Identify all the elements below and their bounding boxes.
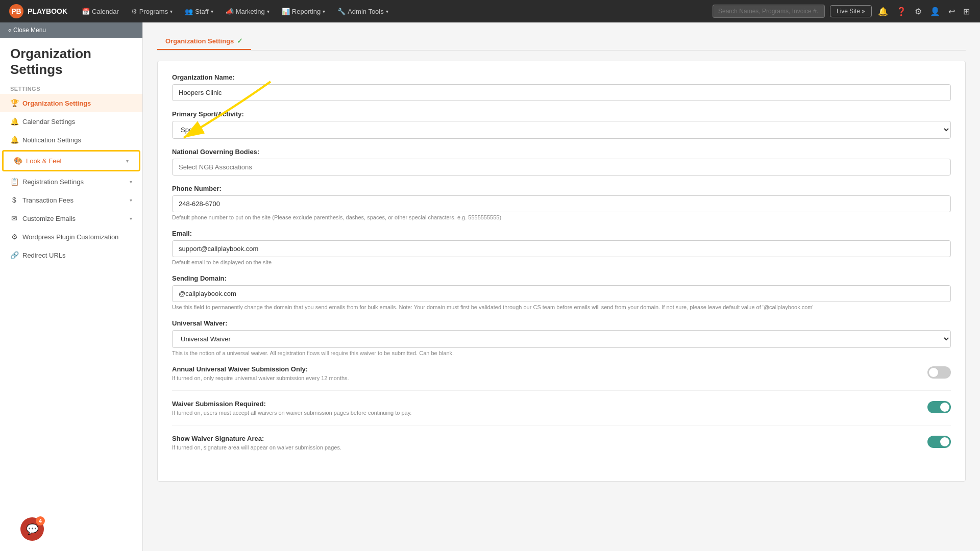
search-input[interactable] (713, 5, 825, 18)
nav-reporting[interactable]: 📊 Reporting ▾ (276, 0, 331, 22)
programs-chevron: ▾ (170, 9, 173, 14)
tab-check-icon: ✓ (237, 37, 243, 45)
toggle-annual-waiver: Annual Universal Waiver Submission Only:… (172, 365, 951, 391)
top-nav: PB PLAYBOOK 📅 Calendar ⚙ Programs ▾ 👥 St… (0, 0, 980, 22)
calendar-icon: 📅 (82, 8, 90, 15)
marketing-chevron: ▾ (267, 9, 270, 14)
email-input[interactable] (172, 240, 951, 257)
sending-domain-group: Sending Domain: Use this field to perman… (172, 274, 951, 310)
email-help: Default email to be displayed on the sit… (172, 259, 951, 265)
toggle-waiver-signature: Show Waiver Signature Area: If turned on… (172, 435, 951, 460)
redirect-urls-icon: 🔗 (10, 251, 18, 259)
chat-bubble[interactable]: 💬 4 (20, 517, 44, 541)
ngb-input[interactable] (172, 159, 951, 176)
waiver-label: Universal Waiver: (172, 319, 951, 327)
page-tab-bar: Organization Settings ✓ (157, 33, 966, 51)
user-button[interactable]: 👤 (928, 5, 942, 18)
phone-label: Phone Number: (172, 185, 951, 192)
waiver-signature-toggle[interactable] (927, 436, 951, 448)
sidebar-item-wordpress[interactable]: ⚙ Wordpress Plugin Customization (0, 228, 142, 246)
waiver-group: Universal Waiver: Universal Waiver None … (172, 319, 951, 356)
nav-actions: Live Site » 🔔 ❓ ⚙ 👤 ↩ ⊞ (830, 5, 972, 18)
nav-marketing[interactable]: 📣 Marketing ▾ (219, 0, 276, 22)
form-section: Organization Name: Primary Sport/Activit… (157, 61, 966, 482)
sidebar: « Close Menu Organization Settings SETTI… (0, 22, 143, 551)
sidebar-item-look-feel[interactable]: 🎨 Look & Feel ▾ (2, 150, 140, 171)
org-name-label: Organization Name: (172, 73, 951, 81)
email-group: Email: Default email to be displayed on … (172, 230, 951, 265)
admin-chevron: ▾ (386, 9, 388, 14)
waiver-select[interactable]: Universal Waiver None (172, 330, 951, 348)
logout-button[interactable]: ↩ (946, 5, 957, 18)
close-menu-button[interactable]: « Close Menu (0, 22, 142, 38)
nav-staff[interactable]: 👥 Staff ▾ (179, 0, 219, 22)
live-site-button[interactable]: Live Site » (830, 5, 872, 17)
reporting-icon: 📊 (282, 8, 290, 15)
staff-icon: 👥 (185, 8, 193, 15)
marketing-icon: 📣 (226, 8, 234, 15)
org-name-input[interactable] (172, 84, 951, 101)
notification-settings-icon: 🔔 (10, 136, 18, 144)
look-feel-chevron: ▾ (126, 158, 129, 164)
annual-waiver-toggle[interactable] (927, 366, 951, 379)
calendar-settings-icon: 🔔 (10, 117, 18, 126)
notifications-button[interactable]: 🔔 (876, 5, 890, 18)
email-label: Email: (172, 230, 951, 237)
sport-group: Primary Sport/Activity: Sports Basketbal… (172, 110, 951, 139)
customize-emails-chevron: ▾ (130, 216, 132, 221)
sidebar-item-customize-emails[interactable]: ✉ Customize Emails ▾ (0, 209, 142, 228)
chat-icon: 💬 (26, 523, 39, 535)
sidebar-item-transaction-fees[interactable]: $ Transaction Fees ▾ (0, 191, 142, 209)
tab-org-settings[interactable]: Organization Settings ✓ (157, 33, 251, 50)
settings-button[interactable]: ⚙ (913, 5, 924, 18)
grid-button[interactable]: ⊞ (961, 5, 972, 18)
staff-chevron: ▾ (211, 9, 213, 14)
nav-calendar[interactable]: 📅 Calendar (76, 0, 125, 22)
transaction-fees-icon: $ (10, 196, 18, 204)
waiver-required-toggle[interactable] (927, 401, 951, 413)
sidebar-item-redirect-urls[interactable]: 🔗 Redirect URLs (0, 246, 142, 264)
logo-icon: PB (8, 3, 24, 19)
logo[interactable]: PB PLAYBOOK (8, 3, 67, 19)
wordpress-icon: ⚙ (10, 233, 18, 241)
ngb-label: National Governing Bodies: (172, 148, 951, 156)
svg-text:PB: PB (11, 7, 21, 15)
phone-group: Phone Number: Default phone number to pu… (172, 185, 951, 220)
sport-select[interactable]: Sports Basketball Soccer Football (172, 121, 951, 139)
settings-section-label: SETTINGS (0, 82, 142, 94)
sending-domain-label: Sending Domain: (172, 274, 951, 282)
ngb-group: National Governing Bodies: (172, 148, 951, 176)
nav-programs[interactable]: ⚙ Programs ▾ (125, 0, 179, 22)
sidebar-item-org-settings[interactable]: 🏆 Organization Settings (0, 94, 142, 112)
sending-domain-input[interactable] (172, 285, 951, 302)
sidebar-item-notifications[interactable]: 🔔 Notification Settings (0, 131, 142, 149)
sport-label: Primary Sport/Activity: (172, 110, 951, 118)
help-button[interactable]: ❓ (894, 5, 909, 18)
page-title: Organization Settings (0, 38, 142, 82)
main-content: Organization Settings ✓ Organization Nam… (143, 22, 980, 551)
programs-icon: ⚙ (131, 8, 137, 15)
sidebar-item-registration[interactable]: 📋 Registration Settings ▾ (0, 172, 142, 191)
sidebar-item-calendar[interactable]: 🔔 Calendar Settings (0, 112, 142, 131)
sending-domain-help: Use this field to permanently change the… (172, 304, 951, 310)
app-container: « Close Menu Organization Settings SETTI… (0, 22, 980, 551)
waiver-help: This is the notion of a universal waiver… (172, 350, 951, 356)
customize-emails-icon: ✉ (10, 214, 18, 222)
nav-admin-tools[interactable]: 🔧 Admin Tools ▾ (331, 0, 395, 22)
org-name-group: Organization Name: (172, 73, 951, 101)
chat-badge: 4 (36, 516, 45, 525)
brand-name: PLAYBOOK (28, 7, 67, 15)
phone-input[interactable] (172, 195, 951, 212)
admin-icon: 🔧 (337, 8, 346, 15)
toggle-waiver-required: Waiver Submission Required: If turned on… (172, 400, 951, 425)
reporting-chevron: ▾ (323, 9, 325, 14)
registration-icon: 📋 (10, 178, 18, 186)
registration-chevron: ▾ (130, 179, 132, 185)
transaction-fees-chevron: ▾ (130, 197, 132, 203)
look-feel-icon: 🎨 (14, 157, 22, 165)
phone-help: Default phone number to put on the site … (172, 214, 951, 220)
org-settings-icon: 🏆 (10, 99, 18, 107)
